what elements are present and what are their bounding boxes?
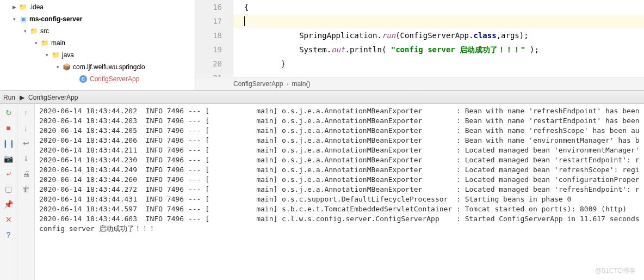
code-line[interactable]: [233, 71, 644, 77]
package-icon: 📦: [62, 63, 71, 71]
run-toolbar-secondary: ↑ ↓ ↩ ⤓ 🖨 🗑: [17, 104, 35, 280]
trash-icon[interactable]: 🗑: [21, 184, 32, 194]
pause-icon[interactable]: ❙❙: [3, 138, 14, 149]
console-output[interactable]: 2020-06-14 18:43:44.202 INFO 7496 --- [ …: [35, 104, 644, 280]
chevron-down-icon[interactable]: ▾: [22, 28, 28, 34]
print-icon[interactable]: 🖨: [21, 168, 32, 179]
run-config-name: ConfigServerApp: [28, 94, 78, 101]
console-line: 2020-06-14 18:43:44.603 INFO 7496 --- [ …: [39, 214, 640, 224]
breadcrumb-item[interactable]: ConfigServerApp: [233, 80, 283, 88]
chevron-down-icon[interactable]: ▾: [11, 16, 17, 22]
console-line: 2020-06-14 18:43:44.211 INFO 7496 --- [ …: [39, 145, 640, 155]
line-number: 19: [195, 42, 222, 57]
tree-label: ConfigServerApp: [90, 75, 139, 83]
code-line[interactable]: System.out.println( "config server 启动成功了…: [233, 42, 644, 57]
tree-item-main[interactable]: ▾ 📁 main: [0, 37, 195, 49]
run-toolbar-primary: ↻ ■ ❙❙ 📷 ⤶ ▢ 📌 ✕ ?: [0, 104, 17, 280]
pin-icon[interactable]: 📌: [3, 199, 14, 210]
console-line: 2020-06-14 18:43:44.272 INFO 7496 --- [ …: [39, 185, 640, 194]
camera-icon[interactable]: 📷: [3, 153, 14, 164]
help-icon[interactable]: ?: [3, 229, 14, 240]
up-icon[interactable]: ↑: [21, 107, 32, 118]
wrap-icon[interactable]: ↩: [21, 138, 32, 149]
exit-icon[interactable]: ⤶: [3, 168, 14, 179]
tree-label: main: [51, 39, 65, 47]
line-number: 17: [195, 14, 222, 28]
chevron-right-icon[interactable]: ▶: [11, 4, 17, 10]
console-line: 2020-06-14 18:43:44.203 INFO 7496 --- [ …: [39, 116, 640, 126]
folder-icon: 📁: [18, 3, 27, 11]
code-line-current[interactable]: [233, 14, 644, 28]
chevron-down-icon[interactable]: ▾: [54, 64, 61, 70]
tree-label: src: [40, 27, 49, 35]
editor-breadcrumb[interactable]: ConfigServerApp › main(): [195, 77, 644, 90]
console-line: 2020-06-14 18:43:44.431 INFO 7496 --- [ …: [39, 194, 640, 204]
line-number: 18: [195, 28, 222, 42]
tree-item-src[interactable]: ▾ 📁 src: [0, 25, 195, 37]
folder-icon: 📁: [29, 27, 38, 35]
console-line: 2020-06-14 18:43:44.202 INFO 7496 --- [ …: [39, 106, 640, 116]
run-panel-header[interactable]: Run ▶ ConfigServerApp: [0, 91, 644, 104]
code-line[interactable]: }: [233, 57, 644, 71]
module-icon: ▣: [18, 15, 27, 23]
breadcrumb-item[interactable]: main(): [292, 80, 310, 88]
tree-item-idea[interactable]: ▶ 📁 .idea: [0, 1, 195, 13]
editor-gutter: 16 17 18 19 20 21: [195, 0, 233, 77]
chevron-down-icon[interactable]: ▾: [44, 52, 50, 58]
console-line: 2020-06-14 18:43:44.205 INFO 7496 --- [ …: [39, 126, 640, 136]
chevron-down-icon[interactable]: ▾: [33, 40, 39, 46]
tree-label: com.ljf.weifuwu.springclo: [73, 63, 145, 71]
tree-label: ms-config-server: [29, 15, 82, 23]
down-icon[interactable]: ↓: [21, 123, 32, 133]
source-folder-icon: 📁: [51, 51, 60, 59]
line-number: 16: [195, 0, 222, 14]
line-number: 20: [195, 57, 222, 71]
console-line: 2020-06-14 18:43:44.249 INFO 7496 --- [ …: [39, 165, 640, 175]
close-icon[interactable]: ✕: [3, 214, 14, 225]
code-line[interactable]: {: [233, 0, 644, 14]
stop-icon[interactable]: ■: [3, 123, 14, 133]
tree-item-package[interactable]: ▾ 📦 com.ljf.weifuwu.springclo: [0, 61, 195, 73]
code-line[interactable]: SpringApplication.run(ConfigServerApp.cl…: [233, 28, 644, 42]
tree-label: .idea: [29, 3, 44, 11]
tree-item-class[interactable]: C ConfigServerApp: [0, 73, 195, 85]
run-header-label: Run: [3, 94, 15, 101]
breadcrumb-separator: ›: [286, 80, 288, 88]
text-caret: [244, 16, 245, 26]
project-tree[interactable]: ▶ 📁 .idea ▾ ▣ ms-config-server ▾ 📁 src ▾…: [0, 0, 195, 90]
folder-icon: 📁: [40, 39, 49, 47]
rerun-icon[interactable]: ↻: [3, 107, 14, 118]
run-config-icon: ▶: [17, 93, 26, 102]
console-line: 2020-06-14 18:43:44.597 INFO 7496 --- [ …: [39, 204, 640, 214]
layout-icon[interactable]: ▢: [3, 184, 14, 194]
class-icon: C: [79, 75, 88, 83]
console-line: 2020-06-14 18:43:44.206 INFO 7496 --- [ …: [39, 136, 640, 145]
tree-label: java: [62, 51, 74, 59]
line-number: 21: [195, 71, 222, 77]
tree-item-root[interactable]: ▾ ▣ ms-config-server: [0, 13, 195, 25]
code-editor[interactable]: 16 17 18 19 20 21 { SpringApplication.ru…: [195, 0, 644, 90]
console-line: 2020-06-14 18:43:44.230 INFO 7496 --- [ …: [39, 155, 640, 165]
scroll-icon[interactable]: ⤓: [21, 153, 32, 164]
code-content[interactable]: { SpringApplication.run(ConfigServerApp.…: [233, 0, 644, 77]
console-line: 2020-06-14 18:43:44.260 INFO 7496 --- [ …: [39, 175, 640, 185]
tree-item-java[interactable]: ▾ 📁 java: [0, 49, 195, 61]
console-line: config server 启动成功了！！！: [39, 224, 640, 234]
